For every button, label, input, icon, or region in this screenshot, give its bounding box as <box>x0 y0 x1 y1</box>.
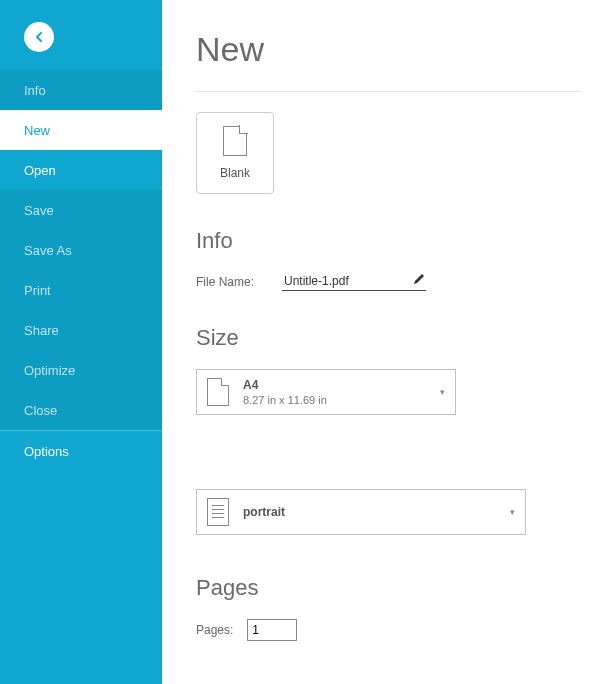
page-icon <box>223 126 247 156</box>
sidebar-item-print[interactable]: Print <box>0 270 162 310</box>
sidebar-item-new[interactable]: New <box>0 110 162 150</box>
section-heading-size: Size <box>196 325 581 351</box>
section-heading-pages: Pages <box>196 575 581 601</box>
paper-size-dropdown[interactable]: A4 8.27 in x 11.69 in ▾ <box>196 369 456 415</box>
sidebar-item-label: Optimize <box>24 363 75 378</box>
file-name-input[interactable] <box>282 272 426 291</box>
sidebar-item-optimize[interactable]: Optimize <box>0 350 162 390</box>
sidebar-item-options[interactable]: Options <box>0 431 162 471</box>
file-name-row: File Name: <box>196 272 581 291</box>
paper-size-title: A4 <box>243 378 445 392</box>
document-lines-icon <box>207 498 229 526</box>
orientation-title: portrait <box>243 505 515 519</box>
tile-label: Blank <box>220 166 250 180</box>
sidebar-item-label: Info <box>24 83 46 98</box>
sidebar-item-label: Options <box>24 444 69 459</box>
sidebar-item-label: Save As <box>24 243 72 258</box>
sidebar-item-label: Save <box>24 203 54 218</box>
pages-label: Pages: <box>196 623 233 637</box>
page-title: New <box>196 30 581 69</box>
blank-template-tile[interactable]: Blank <box>196 112 274 194</box>
sidebar-item-label: Share <box>24 323 59 338</box>
paper-size-subtitle: 8.27 in x 11.69 in <box>243 394 445 406</box>
sidebar-item-label: Open <box>24 163 56 178</box>
sidebar-item-close[interactable]: Close <box>0 390 162 430</box>
sidebar: Info New Open Save Save As Print Share O… <box>0 0 162 684</box>
divider <box>196 91 581 92</box>
section-heading-info: Info <box>196 228 581 254</box>
pages-row: Pages: <box>196 619 581 641</box>
sidebar-item-label: Print <box>24 283 51 298</box>
sidebar-item-label: New <box>24 123 50 138</box>
main-panel: New Blank Info File Name: Size A4 8.27 i… <box>162 0 605 684</box>
sidebar-item-open[interactable]: Open <box>0 150 162 190</box>
sidebar-item-save-as[interactable]: Save As <box>0 230 162 270</box>
sidebar-item-save[interactable]: Save <box>0 190 162 230</box>
arrow-left-icon <box>32 30 46 44</box>
page-icon <box>207 378 229 406</box>
sidebar-item-share[interactable]: Share <box>0 310 162 350</box>
sidebar-item-info[interactable]: Info <box>0 70 162 110</box>
sidebar-item-label: Close <box>24 403 57 418</box>
orientation-dropdown[interactable]: portrait ▾ <box>196 489 526 535</box>
file-name-label: File Name: <box>196 275 254 289</box>
pages-input[interactable] <box>247 619 297 641</box>
edit-icon[interactable] <box>412 272 426 286</box>
back-button[interactable] <box>24 22 54 52</box>
